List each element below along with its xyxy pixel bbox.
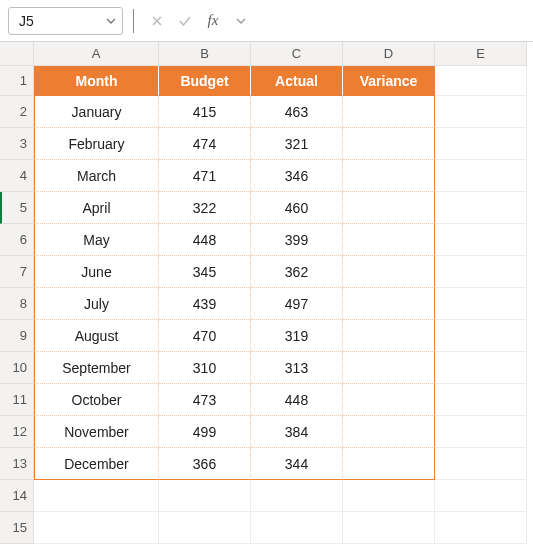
chevron-down-icon[interactable] xyxy=(228,8,254,34)
cell[interactable]: June xyxy=(34,256,159,288)
cell[interactable]: 322 xyxy=(159,192,251,224)
enter-icon[interactable] xyxy=(172,8,198,34)
cell[interactable] xyxy=(435,128,527,160)
cell[interactable] xyxy=(343,384,435,416)
cell[interactable] xyxy=(34,512,159,544)
formula-input[interactable] xyxy=(262,7,525,35)
cell[interactable] xyxy=(343,448,435,480)
cell[interactable] xyxy=(435,448,527,480)
cell[interactable]: May xyxy=(34,224,159,256)
cell[interactable] xyxy=(343,160,435,192)
cell[interactable]: December xyxy=(34,448,159,480)
cell[interactable]: 415 xyxy=(159,96,251,128)
cell[interactable]: September xyxy=(34,352,159,384)
cell[interactable] xyxy=(343,416,435,448)
table-header-cell[interactable]: Variance xyxy=(343,66,435,96)
cell[interactable] xyxy=(343,96,435,128)
cell[interactable]: 362 xyxy=(251,256,343,288)
cell[interactable]: 474 xyxy=(159,128,251,160)
cell[interactable]: 497 xyxy=(251,288,343,320)
name-box[interactable]: J5 xyxy=(8,7,123,35)
cell[interactable]: 448 xyxy=(159,224,251,256)
cell[interactable] xyxy=(435,288,527,320)
cell[interactable] xyxy=(435,480,527,512)
cell[interactable] xyxy=(435,160,527,192)
cell[interactable] xyxy=(343,352,435,384)
select-all-corner[interactable] xyxy=(0,42,34,66)
cell[interactable]: 470 xyxy=(159,320,251,352)
cell[interactable]: 313 xyxy=(251,352,343,384)
cell[interactable] xyxy=(435,96,527,128)
cell[interactable] xyxy=(435,384,527,416)
cell[interactable] xyxy=(343,224,435,256)
cancel-icon[interactable] xyxy=(144,8,170,34)
cell[interactable]: April xyxy=(34,192,159,224)
table-header-cell[interactable]: Month xyxy=(34,66,159,96)
cell[interactable] xyxy=(251,512,343,544)
cell[interactable] xyxy=(34,480,159,512)
column-header[interactable]: E xyxy=(435,42,527,66)
cell[interactable]: November xyxy=(34,416,159,448)
cell[interactable] xyxy=(159,480,251,512)
cell[interactable]: 448 xyxy=(251,384,343,416)
table-header-cell[interactable]: Budget xyxy=(159,66,251,96)
cell[interactable] xyxy=(435,192,527,224)
cell[interactable]: 319 xyxy=(251,320,343,352)
cell[interactable] xyxy=(343,288,435,320)
cell[interactable] xyxy=(251,480,343,512)
row-header[interactable]: 6 xyxy=(0,224,34,256)
row-header[interactable]: 3 xyxy=(0,128,34,160)
cell[interactable] xyxy=(343,320,435,352)
cell[interactable]: 344 xyxy=(251,448,343,480)
row-header[interactable]: 11 xyxy=(0,384,34,416)
cell[interactable] xyxy=(343,480,435,512)
insert-function-icon[interactable]: fx xyxy=(200,8,226,34)
row-header[interactable]: 8 xyxy=(0,288,34,320)
cell[interactable]: 463 xyxy=(251,96,343,128)
cell[interactable] xyxy=(435,320,527,352)
cell[interactable] xyxy=(343,192,435,224)
row-header[interactable]: 12 xyxy=(0,416,34,448)
cell[interactable] xyxy=(435,352,527,384)
cell[interactable] xyxy=(435,256,527,288)
cell[interactable]: 366 xyxy=(159,448,251,480)
cell[interactable]: January xyxy=(34,96,159,128)
cell[interactable]: 471 xyxy=(159,160,251,192)
cell[interactable] xyxy=(435,224,527,256)
row-header[interactable]: 9 xyxy=(0,320,34,352)
cell[interactable] xyxy=(343,128,435,160)
cell[interactable] xyxy=(159,512,251,544)
cell[interactable]: 460 xyxy=(251,192,343,224)
cell[interactable]: August xyxy=(34,320,159,352)
cell[interactable]: July xyxy=(34,288,159,320)
cell[interactable]: 384 xyxy=(251,416,343,448)
row-header[interactable]: 2 xyxy=(0,96,34,128)
column-header[interactable]: D xyxy=(343,42,435,66)
cell[interactable]: 473 xyxy=(159,384,251,416)
cell[interactable]: March xyxy=(34,160,159,192)
cell[interactable] xyxy=(343,256,435,288)
row-header[interactable]: 5 xyxy=(0,192,34,224)
row-header[interactable]: 13 xyxy=(0,448,34,480)
row-header[interactable]: 14 xyxy=(0,480,34,512)
cell[interactable]: 439 xyxy=(159,288,251,320)
cell[interactable]: 310 xyxy=(159,352,251,384)
column-header[interactable]: A xyxy=(34,42,159,66)
cell[interactable]: 399 xyxy=(251,224,343,256)
column-header[interactable]: C xyxy=(251,42,343,66)
cell[interactable] xyxy=(435,66,527,96)
cell[interactable]: 499 xyxy=(159,416,251,448)
cell[interactable] xyxy=(435,416,527,448)
row-header[interactable]: 10 xyxy=(0,352,34,384)
cell[interactable]: 321 xyxy=(251,128,343,160)
cell[interactable] xyxy=(343,512,435,544)
column-header[interactable]: B xyxy=(159,42,251,66)
cell[interactable]: 346 xyxy=(251,160,343,192)
cell[interactable]: 345 xyxy=(159,256,251,288)
row-header[interactable]: 7 xyxy=(0,256,34,288)
table-header-cell[interactable]: Actual xyxy=(251,66,343,96)
row-header[interactable]: 4 xyxy=(0,160,34,192)
row-header[interactable]: 15 xyxy=(0,512,34,544)
row-header[interactable]: 1 xyxy=(0,66,34,96)
cell[interactable]: October xyxy=(34,384,159,416)
